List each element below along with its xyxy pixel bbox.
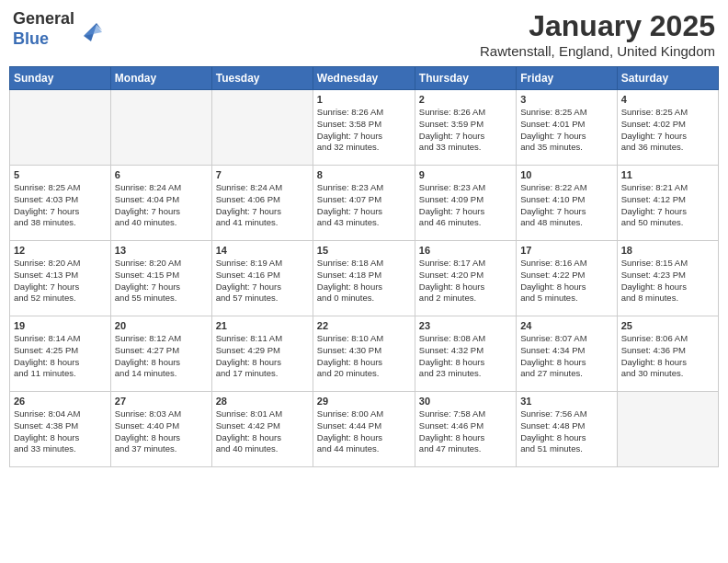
logo-general: General [13, 9, 74, 29]
title-block: January 2025 Rawtenstall, England, Unite… [480, 9, 715, 59]
day-number: 4 [621, 94, 714, 105]
calendar-cell: 12Sunrise: 8:20 AM Sunset: 4:13 PM Dayli… [10, 241, 111, 316]
calendar-cell: 18Sunrise: 8:15 AM Sunset: 4:23 PM Dayli… [617, 241, 718, 316]
day-number: 20 [115, 320, 208, 331]
cell-details: Sunrise: 8:20 AM Sunset: 4:15 PM Dayligh… [115, 258, 208, 304]
calendar-cell: 21Sunrise: 8:11 AM Sunset: 4:29 PM Dayli… [211, 316, 313, 392]
week-row-3: 12Sunrise: 8:20 AM Sunset: 4:13 PM Dayli… [10, 241, 719, 316]
day-number: 11 [621, 169, 714, 180]
cell-details: Sunrise: 8:04 AM Sunset: 4:38 PM Dayligh… [14, 408, 107, 455]
day-number: 13 [115, 245, 208, 256]
cell-details: Sunrise: 8:12 AM Sunset: 4:27 PM Dayligh… [115, 333, 208, 380]
day-number: 15 [317, 245, 411, 256]
day-number: 17 [520, 245, 612, 256]
calendar-cell: 23Sunrise: 8:08 AM Sunset: 4:32 PM Dayli… [415, 316, 516, 392]
day-number: 3 [520, 94, 612, 105]
day-number: 24 [520, 320, 612, 331]
day-number: 30 [419, 396, 512, 407]
weekday-header-row: SundayMondayTuesdayWednesdayThursdayFrid… [10, 67, 719, 90]
day-number: 12 [14, 245, 107, 256]
cell-details: Sunrise: 8:23 AM Sunset: 4:07 PM Dayligh… [317, 182, 411, 229]
cell-details: Sunrise: 8:25 AM Sunset: 4:02 PM Dayligh… [621, 107, 714, 154]
weekday-header-sunday: Sunday [10, 67, 111, 90]
cell-details: Sunrise: 8:00 AM Sunset: 4:44 PM Dayligh… [317, 408, 411, 455]
cell-details: Sunrise: 7:56 AM Sunset: 4:48 PM Dayligh… [520, 408, 612, 455]
cell-details: Sunrise: 8:15 AM Sunset: 4:23 PM Dayligh… [621, 258, 714, 304]
calendar-cell: 15Sunrise: 8:18 AM Sunset: 4:18 PM Dayli… [313, 241, 415, 316]
calendar-cell [10, 90, 111, 166]
calendar-cell [211, 90, 313, 166]
logo-blue: Blue [13, 29, 74, 50]
calendar-location: Rawtenstall, England, United Kingdom [480, 43, 715, 59]
calendar-cell: 19Sunrise: 8:14 AM Sunset: 4:25 PM Dayli… [10, 316, 111, 392]
calendar-cell: 2Sunrise: 8:26 AM Sunset: 3:59 PM Daylig… [415, 90, 516, 166]
day-number: 2 [419, 94, 512, 105]
cell-details: Sunrise: 8:08 AM Sunset: 4:32 PM Dayligh… [419, 333, 512, 380]
calendar-cell: 30Sunrise: 7:58 AM Sunset: 4:46 PM Dayli… [415, 392, 516, 467]
day-number: 6 [115, 169, 208, 180]
cell-details: Sunrise: 8:14 AM Sunset: 4:25 PM Dayligh… [14, 333, 107, 380]
calendar-table: SundayMondayTuesdayWednesdayThursdayFrid… [9, 66, 719, 467]
day-number: 18 [621, 245, 714, 256]
calendar-cell: 16Sunrise: 8:17 AM Sunset: 4:20 PM Dayli… [415, 241, 516, 316]
cell-details: Sunrise: 7:58 AM Sunset: 4:46 PM Dayligh… [419, 408, 512, 455]
day-number: 28 [216, 396, 309, 407]
cell-details: Sunrise: 8:01 AM Sunset: 4:42 PM Dayligh… [216, 408, 309, 455]
cell-details: Sunrise: 8:20 AM Sunset: 4:13 PM Dayligh… [14, 258, 107, 304]
day-number: 14 [216, 245, 309, 256]
day-number: 16 [419, 245, 512, 256]
day-number: 7 [216, 169, 309, 180]
day-number: 9 [419, 169, 512, 180]
week-row-4: 19Sunrise: 8:14 AM Sunset: 4:25 PM Dayli… [10, 316, 719, 392]
calendar-title: January 2025 [480, 9, 715, 43]
calendar-cell: 28Sunrise: 8:01 AM Sunset: 4:42 PM Dayli… [211, 392, 313, 467]
cell-details: Sunrise: 8:24 AM Sunset: 4:04 PM Dayligh… [115, 182, 208, 229]
calendar-cell: 11Sunrise: 8:21 AM Sunset: 4:12 PM Dayli… [617, 166, 718, 241]
calendar-cell: 5Sunrise: 8:25 AM Sunset: 4:03 PM Daylig… [10, 166, 111, 241]
week-row-2: 5Sunrise: 8:25 AM Sunset: 4:03 PM Daylig… [10, 166, 719, 241]
cell-details: Sunrise: 8:22 AM Sunset: 4:10 PM Dayligh… [520, 182, 612, 229]
day-number: 29 [317, 396, 411, 407]
calendar-cell: 26Sunrise: 8:04 AM Sunset: 4:38 PM Dayli… [10, 392, 111, 467]
calendar-cell: 29Sunrise: 8:00 AM Sunset: 4:44 PM Dayli… [313, 392, 415, 467]
calendar-cell: 31Sunrise: 7:56 AM Sunset: 4:48 PM Dayli… [517, 392, 617, 467]
cell-details: Sunrise: 8:06 AM Sunset: 4:36 PM Dayligh… [621, 333, 714, 380]
calendar-cell: 6Sunrise: 8:24 AM Sunset: 4:04 PM Daylig… [110, 166, 211, 241]
calendar-cell: 13Sunrise: 8:20 AM Sunset: 4:15 PM Dayli… [110, 241, 211, 316]
cell-details: Sunrise: 8:24 AM Sunset: 4:06 PM Dayligh… [216, 182, 309, 229]
cell-details: Sunrise: 8:25 AM Sunset: 4:03 PM Dayligh… [14, 182, 107, 229]
week-row-1: 1Sunrise: 8:26 AM Sunset: 3:58 PM Daylig… [10, 90, 719, 166]
weekday-header-tuesday: Tuesday [211, 67, 313, 90]
cell-details: Sunrise: 8:17 AM Sunset: 4:20 PM Dayligh… [419, 258, 512, 304]
day-number: 23 [419, 320, 512, 331]
cell-details: Sunrise: 8:23 AM Sunset: 4:09 PM Dayligh… [419, 182, 512, 229]
calendar-cell: 20Sunrise: 8:12 AM Sunset: 4:27 PM Dayli… [110, 316, 211, 392]
calendar-cell: 8Sunrise: 8:23 AM Sunset: 4:07 PM Daylig… [313, 166, 415, 241]
calendar-cell: 27Sunrise: 8:03 AM Sunset: 4:40 PM Dayli… [110, 392, 211, 467]
calendar-cell: 1Sunrise: 8:26 AM Sunset: 3:58 PM Daylig… [313, 90, 415, 166]
day-number: 26 [14, 396, 107, 407]
calendar-cell [617, 392, 718, 467]
calendar-cell: 3Sunrise: 8:25 AM Sunset: 4:01 PM Daylig… [517, 90, 617, 166]
day-number: 1 [317, 94, 411, 105]
logo-icon [76, 16, 104, 43]
weekday-header-friday: Friday [517, 67, 617, 90]
cell-details: Sunrise: 8:26 AM Sunset: 3:58 PM Dayligh… [317, 107, 411, 154]
calendar-cell: 4Sunrise: 8:25 AM Sunset: 4:02 PM Daylig… [617, 90, 718, 166]
cell-details: Sunrise: 8:10 AM Sunset: 4:30 PM Dayligh… [317, 333, 411, 380]
day-number: 5 [14, 169, 107, 180]
cell-details: Sunrise: 8:25 AM Sunset: 4:01 PM Dayligh… [520, 107, 612, 154]
cell-details: Sunrise: 8:07 AM Sunset: 4:34 PM Dayligh… [520, 333, 612, 380]
calendar-cell: 7Sunrise: 8:24 AM Sunset: 4:06 PM Daylig… [211, 166, 313, 241]
day-number: 31 [520, 396, 612, 407]
day-number: 8 [317, 169, 411, 180]
calendar-cell: 24Sunrise: 8:07 AM Sunset: 4:34 PM Dayli… [517, 316, 617, 392]
day-number: 25 [621, 320, 714, 331]
day-number: 27 [115, 396, 208, 407]
cell-details: Sunrise: 8:11 AM Sunset: 4:29 PM Dayligh… [216, 333, 309, 380]
day-number: 10 [520, 169, 612, 180]
cell-details: Sunrise: 8:16 AM Sunset: 4:22 PM Dayligh… [520, 258, 612, 304]
calendar-cell: 10Sunrise: 8:22 AM Sunset: 4:10 PM Dayli… [517, 166, 617, 241]
calendar-cell: 14Sunrise: 8:19 AM Sunset: 4:16 PM Dayli… [211, 241, 313, 316]
day-number: 21 [216, 320, 309, 331]
